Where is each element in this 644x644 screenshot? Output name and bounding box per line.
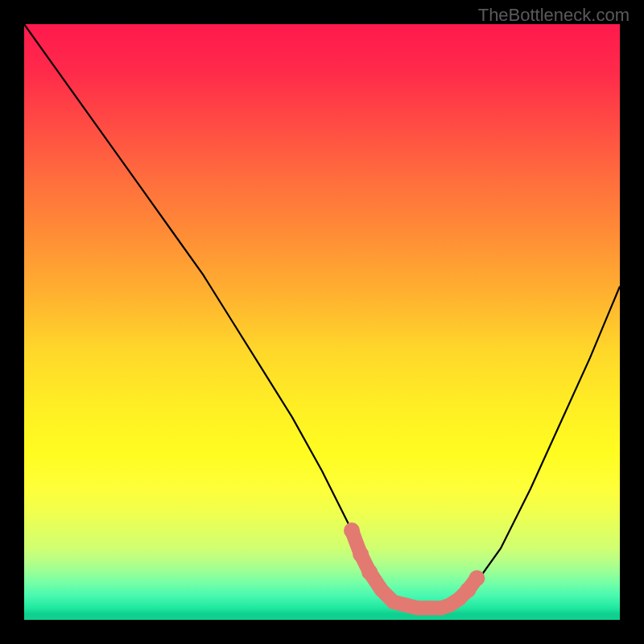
bottleneck-curve — [24, 24, 620, 608]
highlight-dot — [374, 583, 389, 597]
watermark-text: TheBottleneck.com — [478, 5, 630, 26]
highlight-dot — [344, 522, 360, 539]
highlight-dot — [353, 547, 369, 563]
chart-svg — [24, 24, 620, 620]
plot-area — [24, 24, 620, 620]
highlight-dot — [361, 564, 378, 580]
highlight-dot — [469, 570, 485, 586]
highlight-group — [344, 522, 485, 615]
curve-group — [24, 24, 620, 608]
